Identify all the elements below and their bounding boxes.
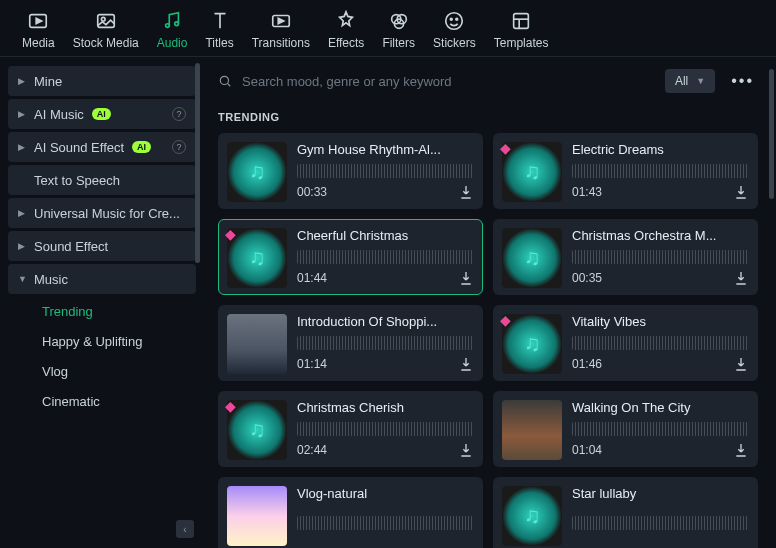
track-duration: 01:43 <box>572 185 602 199</box>
sidebar-item-sound-effect[interactable]: ▶Sound Effect <box>8 231 196 261</box>
search-input[interactable] <box>242 74 653 89</box>
toolbar-transitions[interactable]: Transitions <box>252 10 310 50</box>
section-title-trending: TRENDING <box>218 111 758 123</box>
toolbar-effects[interactable]: Effects <box>328 10 364 50</box>
effects-icon <box>335 10 357 32</box>
toolbar-label: Stock Media <box>73 36 139 50</box>
track-card[interactable]: Vlog-natural <box>218 477 483 548</box>
svg-rect-13 <box>514 14 529 29</box>
waveform <box>297 250 474 264</box>
search-wrap <box>218 74 653 89</box>
stock-media-icon <box>95 10 117 32</box>
track-card[interactable]: Introduction Of Shoppi...01:14 <box>218 305 483 381</box>
track-name: Gym House Rhythm-Al... <box>297 142 474 157</box>
svg-point-12 <box>456 18 458 20</box>
content-area: All▼ ••• TRENDING ♫Gym House Rhythm-Al..… <box>200 57 776 548</box>
track-thumbnail <box>502 400 562 460</box>
track-name: Christmas Cherish <box>297 400 474 415</box>
track-name: Star lullaby <box>572 486 749 501</box>
toolbar-stock-media[interactable]: Stock Media <box>73 10 139 50</box>
download-button[interactable] <box>733 442 749 458</box>
toolbar-label: Stickers <box>433 36 476 50</box>
toolbar-media[interactable]: Media <box>22 10 55 50</box>
waveform <box>572 422 749 436</box>
track-card[interactable]: ♫Star lullaby <box>493 477 758 548</box>
chevron-right-icon: ▶ <box>18 208 26 218</box>
sidebar-sub-cinematic[interactable]: Cinematic <box>8 387 196 415</box>
toolbar-templates[interactable]: Templates <box>494 10 549 50</box>
track-name: Introduction Of Shoppi... <box>297 314 474 329</box>
track-card[interactable]: Walking On The City01:04 <box>493 391 758 467</box>
waveform <box>297 422 474 436</box>
sidebar-item-mine[interactable]: ▶Mine <box>8 66 196 96</box>
waveform <box>297 516 474 530</box>
content-scrollbar[interactable] <box>769 69 774 199</box>
sidebar-sub-happy[interactable]: Happy & Uplifting <box>8 327 196 355</box>
download-button[interactable] <box>458 356 474 372</box>
sidebar-item-music[interactable]: ▼Music <box>8 264 196 294</box>
track-thumbnail: ♫◆ <box>227 400 287 460</box>
download-button[interactable] <box>458 184 474 200</box>
sidebar-item-tts[interactable]: Text to Speech <box>8 165 196 195</box>
track-card[interactable]: ♫◆Christmas Cherish02:44 <box>218 391 483 467</box>
track-thumbnail: ♫ <box>502 486 562 546</box>
toolbar-label: Transitions <box>252 36 310 50</box>
chevron-down-icon: ▼ <box>18 274 26 284</box>
sidebar: ▶Mine ▶AI MusicAI? ▶AI Sound EffectAI? T… <box>0 57 200 548</box>
download-button[interactable] <box>733 356 749 372</box>
music-note-icon: ♫ <box>502 228 562 288</box>
track-thumbnail: ♫ <box>227 142 287 202</box>
more-button[interactable]: ••• <box>727 72 758 90</box>
track-grid: ♫Gym House Rhythm-Al...00:33♫◆Electric D… <box>218 133 758 548</box>
sidebar-item-universal-music[interactable]: ▶Universal Music for Cre... <box>8 198 196 228</box>
collapse-sidebar-button[interactable]: ‹ <box>176 520 194 538</box>
toolbar-label: Titles <box>205 36 233 50</box>
toolbar-stickers[interactable]: Stickers <box>433 10 476 50</box>
track-card[interactable]: ♫◆Electric Dreams01:43 <box>493 133 758 209</box>
waveform <box>572 164 749 178</box>
download-button[interactable] <box>458 442 474 458</box>
track-name: Vitality Vibes <box>572 314 749 329</box>
sidebar-sub-trending[interactable]: Trending <box>8 297 196 325</box>
track-card[interactable]: ♫Gym House Rhythm-Al...00:33 <box>218 133 483 209</box>
sidebar-item-ai-music[interactable]: ▶AI MusicAI? <box>8 99 196 129</box>
track-duration: 01:04 <box>572 443 602 457</box>
toolbar-filters[interactable]: Filters <box>382 10 415 50</box>
svg-point-4 <box>166 24 170 28</box>
chevron-right-icon: ▶ <box>18 142 26 152</box>
svg-point-5 <box>175 22 179 26</box>
download-button[interactable] <box>458 270 474 286</box>
track-name: Electric Dreams <box>572 142 749 157</box>
titles-icon <box>209 10 231 32</box>
chevron-down-icon: ▼ <box>696 76 705 86</box>
audio-icon <box>161 10 183 32</box>
filter-dropdown[interactable]: All▼ <box>665 69 715 93</box>
waveform <box>297 336 474 350</box>
waveform <box>572 516 749 530</box>
svg-marker-1 <box>37 18 43 24</box>
sidebar-item-ai-sound-effect[interactable]: ▶AI Sound EffectAI? <box>8 132 196 162</box>
top-toolbar: MediaStock MediaAudioTitlesTransitionsEf… <box>0 0 776 57</box>
svg-point-11 <box>451 18 453 20</box>
track-name: Cheerful Christmas <box>297 228 474 243</box>
track-card[interactable]: ♫Christmas Orchestra M...00:35 <box>493 219 758 295</box>
track-card[interactable]: ♫◆Cheerful Christmas01:44 <box>218 219 483 295</box>
toolbar-titles[interactable]: Titles <box>205 10 233 50</box>
track-thumbnail: ♫ <box>502 228 562 288</box>
track-duration: 01:44 <box>297 271 327 285</box>
track-card[interactable]: ♫◆Vitality Vibes01:46 <box>493 305 758 381</box>
waveform <box>297 164 474 178</box>
help-icon[interactable]: ? <box>172 140 186 154</box>
track-duration: 02:44 <box>297 443 327 457</box>
toolbar-audio[interactable]: Audio <box>157 10 188 50</box>
download-button[interactable] <box>733 184 749 200</box>
toolbar-label: Media <box>22 36 55 50</box>
waveform <box>572 250 749 264</box>
sidebar-sub-vlog[interactable]: Vlog <box>8 357 196 385</box>
premium-gem-icon: ◆ <box>225 398 241 414</box>
chevron-right-icon: ▶ <box>18 76 26 86</box>
svg-point-16 <box>220 76 228 84</box>
download-button[interactable] <box>733 270 749 286</box>
media-icon <box>27 10 49 32</box>
help-icon[interactable]: ? <box>172 107 186 121</box>
